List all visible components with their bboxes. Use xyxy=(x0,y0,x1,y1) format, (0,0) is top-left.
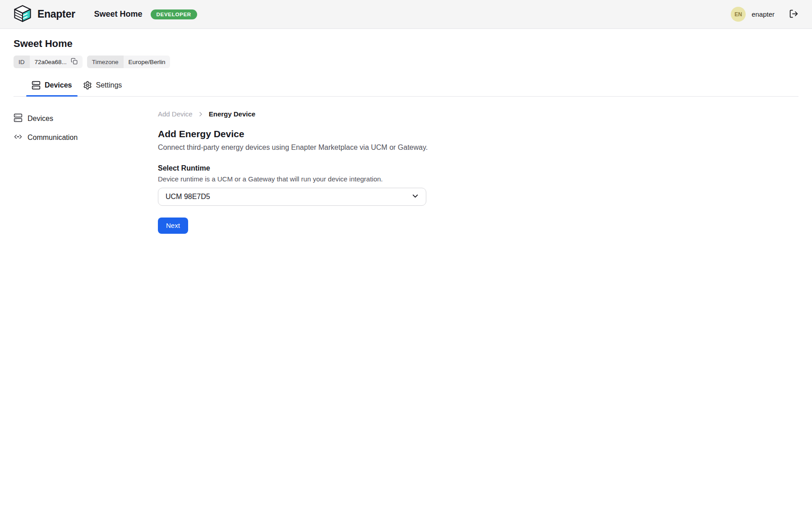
server-icon xyxy=(14,113,23,124)
site-header: Sweet Home ID 72a0ea68... Timezone Europ… xyxy=(0,29,812,97)
tab-devices-label: Devices xyxy=(45,81,72,89)
tab-settings[interactable]: Settings xyxy=(78,76,128,96)
runtime-select[interactable]: UCM 98E7D5 xyxy=(158,188,426,206)
appbar-site-name: Sweet Home xyxy=(94,9,143,19)
chevron-right-icon xyxy=(197,111,204,118)
site-id-badge: ID 72a0ea68... xyxy=(14,56,83,68)
timezone-label: Timezone xyxy=(87,56,124,68)
gear-icon xyxy=(83,81,92,90)
runtime-field-help: Device runtime is a UCM or a Gateway tha… xyxy=(158,175,812,183)
developer-badge: DEVELOPER xyxy=(151,9,197,19)
brand-name: Enapter xyxy=(37,8,75,20)
site-meta-badges: ID 72a0ea68... Timezone Europe/Berlin xyxy=(14,56,798,68)
runtime-selected-value: UCM 98E7D5 xyxy=(166,193,210,201)
copy-id-button[interactable] xyxy=(71,58,78,66)
breadcrumb: Add Device Energy Device xyxy=(158,110,812,118)
log-out-icon xyxy=(789,9,798,20)
sidebar-item-devices[interactable]: Devices xyxy=(14,113,158,125)
content: Devices Communication Add Device Ene xyxy=(0,97,812,234)
page-title: Add Energy Device xyxy=(158,129,812,139)
appbar-right: EN enapter xyxy=(731,7,798,22)
breadcrumb-current: Energy Device xyxy=(209,110,255,118)
copy-icon xyxy=(71,58,78,66)
username[interactable]: enapter xyxy=(752,10,775,18)
sidebar: Devices Communication xyxy=(0,97,158,144)
site-title: Sweet Home xyxy=(14,38,798,50)
code-icon xyxy=(14,132,23,143)
enapter-logo-icon xyxy=(14,5,32,24)
site-tabs: Devices Settings xyxy=(14,76,798,97)
app-bar: Enapter Sweet Home DEVELOPER EN enapter xyxy=(0,0,812,29)
logout-button[interactable] xyxy=(789,9,798,20)
site-id-label: ID xyxy=(14,56,30,68)
avatar[interactable]: EN xyxy=(731,7,746,22)
timezone-value: Europe/Berlin xyxy=(124,56,171,68)
sidebar-item-label: Communication xyxy=(28,134,78,142)
runtime-field-label: Select Runtime xyxy=(158,164,812,172)
brand[interactable]: Enapter xyxy=(14,5,75,24)
tab-settings-label: Settings xyxy=(96,81,122,89)
main-panel: Add Device Energy Device Add Energy Devi… xyxy=(158,97,812,234)
page-subtitle: Connect third-party energy devices using… xyxy=(158,144,812,152)
chevron-down-icon xyxy=(411,192,420,202)
sidebar-item-communication[interactable]: Communication xyxy=(14,132,158,144)
sidebar-item-label: Devices xyxy=(28,115,53,123)
server-icon xyxy=(32,81,41,90)
site-timezone-badge: Timezone Europe/Berlin xyxy=(87,56,171,68)
next-button[interactable]: Next xyxy=(158,218,188,234)
tab-devices[interactable]: Devices xyxy=(26,76,78,96)
breadcrumb-add-device[interactable]: Add Device xyxy=(158,110,193,118)
site-id-value: 72a0ea68... xyxy=(35,59,67,65)
